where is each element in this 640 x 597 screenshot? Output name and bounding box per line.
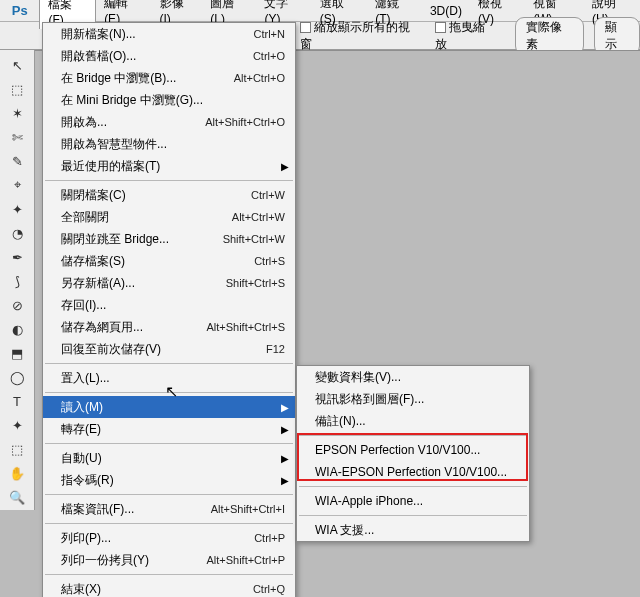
file-check-in[interactable]: 存回(I)... xyxy=(43,294,295,316)
dodge-tool[interactable]: ⬒ xyxy=(5,342,29,364)
crop-tool[interactable]: ✄ xyxy=(5,126,29,148)
app-logo: Ps xyxy=(0,3,39,18)
zoom-all-windows-checkbox[interactable]: 縮放顯示所有的視窗 xyxy=(300,19,421,53)
blur-tool[interactable]: ◐ xyxy=(5,318,29,340)
file-export[interactable]: 轉存(E)▶ xyxy=(43,418,295,440)
hand-tool[interactable]: ✋ xyxy=(5,462,29,484)
import-submenu: 變數資料集(V)... 視訊影格到圖層(F)... 備註(N)... EPSON… xyxy=(296,365,530,542)
import-wia-epson-v10[interactable]: WIA-EPSON Perfection V10/V100... xyxy=(297,461,529,483)
gradient-tool[interactable]: ⊘ xyxy=(5,294,29,316)
file-new[interactable]: 開新檔案(N)...Ctrl+N xyxy=(43,23,295,45)
menu-separator xyxy=(299,435,527,436)
marquee-tool[interactable]: ⬚ xyxy=(5,78,29,100)
menu-separator xyxy=(45,494,293,495)
pen-tool[interactable]: ◯ xyxy=(5,366,29,388)
file-open-as[interactable]: 開啟為...Alt+Shift+Ctrl+O xyxy=(43,111,295,133)
import-variable-data[interactable]: 變數資料集(V)... xyxy=(297,366,529,388)
move-tool[interactable]: ↖ xyxy=(5,54,29,76)
file-menu: 開新檔案(N)...Ctrl+N 開啟舊檔(O)...Ctrl+O 在 Brid… xyxy=(42,22,296,597)
submenu-arrow-icon: ▶ xyxy=(281,161,289,172)
menu-separator xyxy=(45,443,293,444)
eraser-tool[interactable]: ⟆ xyxy=(5,270,29,292)
tools-panel: ↖ ⬚ ✶ ✄ ✎ ⌖ ✦ ◔ ✒ ⟆ ⊘ ◐ ⬒ ◯ T ✦ ⬚ ✋ 🔍 xyxy=(0,50,35,510)
zoom-tool[interactable]: 🔍 xyxy=(5,486,29,508)
brush-tool[interactable]: ✦ xyxy=(5,198,29,220)
import-video-frames[interactable]: 視訊影格到圖層(F)... xyxy=(297,388,529,410)
import-notes[interactable]: 備註(N)... xyxy=(297,410,529,432)
menu-separator xyxy=(45,363,293,364)
file-close[interactable]: 關閉檔案(C)Ctrl+W xyxy=(43,184,295,206)
file-recent[interactable]: 最近使用的檔案(T)▶ xyxy=(43,155,295,177)
file-exit[interactable]: 結束(X)Ctrl+Q xyxy=(43,578,295,597)
menu-3d[interactable]: 3D(D) xyxy=(422,2,470,20)
submenu-arrow-icon: ▶ xyxy=(281,453,289,464)
menu-separator xyxy=(45,392,293,393)
zoom-all-windows-label: 縮放顯示所有的視窗 xyxy=(300,20,410,51)
file-info[interactable]: 檔案資訊(F)...Alt+Shift+Ctrl+I xyxy=(43,498,295,520)
file-place[interactable]: 置入(L)... xyxy=(43,367,295,389)
stamp-tool[interactable]: ◔ xyxy=(5,222,29,244)
file-open[interactable]: 開啟舊檔(O)...Ctrl+O xyxy=(43,45,295,67)
file-print[interactable]: 列印(P)...Ctrl+P xyxy=(43,527,295,549)
type-tool[interactable]: T xyxy=(5,390,29,412)
file-save[interactable]: 儲存檔案(S)Ctrl+S xyxy=(43,250,295,272)
menu-separator xyxy=(299,515,527,516)
import-wia-support[interactable]: WIA 支援... xyxy=(297,519,529,541)
menu-separator xyxy=(45,180,293,181)
history-brush-tool[interactable]: ✒ xyxy=(5,246,29,268)
import-wia-iphone[interactable]: WIA-Apple iPhone... xyxy=(297,490,529,512)
submenu-arrow-icon: ▶ xyxy=(281,475,289,486)
file-import[interactable]: 讀入(M)▶ xyxy=(43,396,295,418)
menu-separator xyxy=(45,574,293,575)
submenu-arrow-icon: ▶ xyxy=(281,402,289,413)
eyedropper-tool[interactable]: ✎ xyxy=(5,150,29,172)
file-browse-bridge[interactable]: 在 Bridge 中瀏覽(B)...Alt+Ctrl+O xyxy=(43,67,295,89)
path-select-tool[interactable]: ✦ xyxy=(5,414,29,436)
file-print-copy[interactable]: 列印一份拷貝(Y)Alt+Shift+Ctrl+P xyxy=(43,549,295,571)
import-epson-v10[interactable]: EPSON Perfection V10/V100... xyxy=(297,439,529,461)
menu-separator xyxy=(299,486,527,487)
file-close-all[interactable]: 全部關閉Alt+Ctrl+W xyxy=(43,206,295,228)
file-automate[interactable]: 自動(U)▶ xyxy=(43,447,295,469)
file-save-as[interactable]: 另存新檔(A)...Shift+Ctrl+S xyxy=(43,272,295,294)
patch-tool[interactable]: ⌖ xyxy=(5,174,29,196)
actual-pixels-button[interactable]: 實際像素 xyxy=(515,17,585,55)
file-close-bridge[interactable]: 關閉並跳至 Bridge...Shift+Ctrl+W xyxy=(43,228,295,250)
scrubby-zoom-checkbox[interactable]: 拖曳縮放 xyxy=(435,19,497,53)
lasso-tool[interactable]: ✶ xyxy=(5,102,29,124)
file-open-smart[interactable]: 開啟為智慧型物件... xyxy=(43,133,295,155)
file-scripts[interactable]: 指令碼(R)▶ xyxy=(43,469,295,491)
shape-tool[interactable]: ⬚ xyxy=(5,438,29,460)
menu-separator xyxy=(45,523,293,524)
submenu-arrow-icon: ▶ xyxy=(281,424,289,435)
file-revert[interactable]: 回復至前次儲存(V)F12 xyxy=(43,338,295,360)
file-browse-minibridge[interactable]: 在 Mini Bridge 中瀏覽(G)... xyxy=(43,89,295,111)
file-save-web[interactable]: 儲存為網頁用...Alt+Shift+Ctrl+S xyxy=(43,316,295,338)
fit-screen-button[interactable]: 顯示 xyxy=(594,17,640,55)
